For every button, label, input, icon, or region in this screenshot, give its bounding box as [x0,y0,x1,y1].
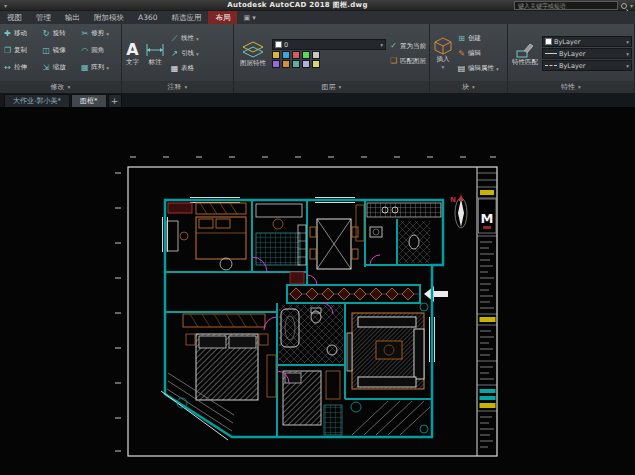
array-dropdown-icon[interactable]: ▾ [106,65,109,71]
leader-button[interactable]: ↗引线▾ [169,47,200,61]
title-block-cyan-bar [480,389,496,393]
text-button[interactable]: A 文字 [124,26,141,81]
floor-plan [161,198,443,441]
master-bedroom-furniture [183,314,276,400]
table-button[interactable]: ▦表格 [169,62,200,76]
layer-unlock-icon[interactable] [292,60,300,68]
panel-label-block[interactable]: 块 ▾ [430,81,507,93]
search-icon[interactable] [621,3,627,9]
edit-block-button[interactable]: ✎编辑 [456,47,500,61]
create-block-icon: ⊞ [457,35,466,43]
scale-button[interactable]: ⇲缩放 [41,61,78,75]
layer-unisolate-icon[interactable] [272,60,280,68]
object-color-swatch [545,38,552,45]
set-current-icon: ✓ [389,42,398,50]
array-icon: ▦ [80,64,89,72]
fillet-button[interactable]: ◠圆角 [79,44,116,58]
search-input[interactable] [514,1,618,10]
dimension-button[interactable]: 标注 [143,26,167,81]
mirror-button[interactable]: ◫镜像 [41,44,78,58]
panel-label-modify[interactable]: 修改 ▾ [0,81,121,93]
layer-select[interactable]: 0 ▾ [272,39,386,50]
linear-dropdown-icon[interactable]: ▾ [196,36,199,42]
panel-expand-icon: ▾ [578,84,581,90]
ribbon-tab-bar: 视图 管理 输出 附加模块 A360 精选应用 布局 ▣ ▾ [0,11,635,24]
panel-modify: ✚移动 ↻旋转 ✂修剪▾ ❐复制 ◫镜像 ◠圆角 ↔拉伸 ⇲缩放 ▦阵列▾ 修改… [0,24,122,93]
stretch-button[interactable]: ↔拉伸 [2,61,39,75]
edit-attributes-button[interactable]: ▤编辑属性▾ [456,62,500,76]
file-tab-active[interactable]: 图框* [71,94,107,107]
ribbon-tab-addins[interactable]: 附加模块 [87,11,131,24]
layer-walk-icon[interactable] [302,60,310,68]
search-area: ▾ [514,1,633,10]
trim-button[interactable]: ✂修剪▾ [79,27,116,41]
living-room-furniture [347,303,428,389]
linetype-select[interactable]: ByLayer ▾ [542,60,632,71]
move-button[interactable]: ✚移动 [2,27,39,41]
lineweight-dropdown-icon[interactable]: ▾ [626,51,629,57]
dimension-icon [145,42,165,58]
layer-on-icon[interactable] [302,51,310,59]
array-button[interactable]: ▦阵列▾ [79,61,116,75]
insert-block-button[interactable]: 插入 ▾ [432,26,454,81]
match-properties-button[interactable]: 特性匹配 [510,26,540,81]
insert-dropdown-icon[interactable]: ▾ [442,64,445,71]
edit-attributes-icon: ▤ [457,65,466,73]
lineweight-select[interactable]: ByLayer ▾ [542,48,632,59]
ribbon: ✚移动 ↻旋转 ✂修剪▾ ❐复制 ◫镜像 ◠圆角 ↔拉伸 ⇲缩放 ▦阵列▾ 修改… [0,24,635,93]
north-arrow: N [450,194,467,228]
title-block-text-lines [480,242,494,308]
ribbon-tab-a360[interactable]: A360 [131,11,164,24]
layer-thaw-icon[interactable] [282,60,290,68]
layer-color-swatch [275,41,282,48]
drawing-canvas[interactable]: M N [0,107,635,475]
help-menu-icon[interactable]: ▾ [630,2,633,9]
drawing-area[interactable]: M N [0,107,635,475]
ribbon-tab-output[interactable]: 输出 [58,11,87,24]
layer-off-icon[interactable] [272,51,280,59]
layer-merge-icon[interactable] [312,60,320,68]
rotate-icon: ↻ [42,30,51,38]
ribbon-tab-featured-apps[interactable]: 精选应用 [164,11,208,24]
panel-label-layers[interactable]: 图层 ▾ [234,81,429,93]
linear-button[interactable]: ⟋线性▾ [169,32,200,46]
panel-label-annotate[interactable]: 注释 ▾ [122,81,233,93]
object-color-select[interactable]: ByLayer ▾ [542,36,632,47]
layer-dropdown-icon[interactable]: ▾ [380,42,383,48]
file-tab-inactive[interactable]: 大作业-郭小美* [4,94,70,107]
study-furniture [256,204,306,265]
scale-icon: ⇲ [42,64,51,72]
layer-freeze-icon[interactable] [282,51,290,59]
edit-attributes-dropdown-icon[interactable]: ▾ [496,66,499,72]
ribbon-tab-active[interactable]: 布局 [208,11,237,24]
app-title: Autodesk AutoCAD 2018 [227,1,330,9]
layer-lock-icon[interactable] [292,51,300,59]
quick-access-overflow-icon[interactable]: ▾ [0,2,11,9]
linetype-dropdown-icon[interactable]: ▾ [626,63,629,69]
lineweight-icon [545,53,557,54]
color-dropdown-icon[interactable]: ▾ [626,39,629,45]
title-bar: ▾ Autodesk AutoCAD 2018 图框.dwg ▾ [0,0,635,11]
copy-button[interactable]: ❐复制 [2,44,39,58]
rotate-button[interactable]: ↻旋转 [41,27,78,41]
match-layer-button[interactable]: ❏ 匹配图层 [388,54,427,68]
layer-properties-button[interactable]: 图层特性 [236,26,270,81]
svg-text:N: N [450,196,456,204]
leader-dropdown-icon[interactable]: ▾ [196,51,199,57]
panel-label-properties[interactable]: 特性 ▾ [508,81,634,93]
title-block-yellow-bar [480,190,494,195]
window-title: Autodesk AutoCAD 2018 图框.dwg [120,0,475,10]
bedroom1-furniture [167,203,246,270]
stretch-icon: ↔ [3,64,12,72]
set-current-layer-button[interactable]: ✓ 置为当前 [388,39,427,53]
create-block-button[interactable]: ⊞创建 [456,32,500,46]
mirror-icon: ◫ [42,47,51,55]
ribbon-options-icon[interactable]: ▣ ▾ [237,11,261,24]
leader-icon: ↗ [170,50,179,58]
layer-isolate-icon[interactable] [312,51,320,59]
trim-dropdown-icon[interactable]: ▾ [106,31,109,37]
ribbon-tab-manage[interactable]: 管理 [29,11,58,24]
linetype-icon [545,65,557,66]
ribbon-tab-view[interactable]: 视图 [0,11,29,24]
new-tab-button[interactable]: + [108,94,122,107]
